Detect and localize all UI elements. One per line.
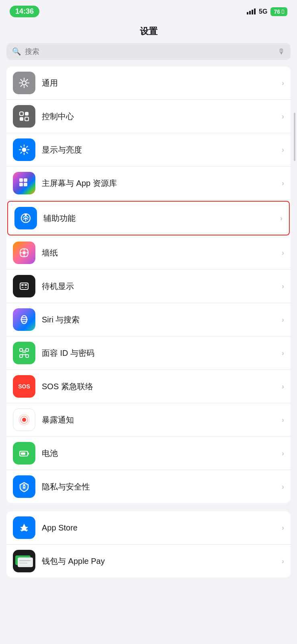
svg-rect-24 [19,183,23,186]
wallpaper-chevron: › [282,249,284,257]
settings-item-sos[interactable]: SOS SOS 紧急联络 › [6,370,291,403]
settings-item-wallpaper[interactable]: 墙纸 › [6,236,291,270]
general-chevron: › [282,79,284,87]
svg-rect-9 [20,112,23,116]
faceid-chevron: › [282,349,284,357]
svg-line-18 [21,147,22,147]
svg-rect-43 [26,349,29,351]
settings-item-accessibility[interactable]: 辅助功能 › [7,201,290,235]
accessibility-icon [14,207,37,229]
signal-bars-icon [247,8,256,14]
svg-rect-35 [20,283,28,289]
sos-text: SOS [18,383,30,390]
scroll-indicator [294,113,295,161]
svg-line-5 [21,80,22,81]
standby-chevron: › [282,282,284,291]
sos-label: SOS 紧急联络 [42,381,282,392]
siri-icon [13,308,35,331]
svg-rect-45 [26,355,29,357]
settings-item-appstore[interactable]: App Store › [6,511,291,545]
svg-rect-44 [20,355,23,357]
exposure-label: 暴露通知 [42,415,282,425]
status-time: 14:36 [10,6,39,17]
wallpaper-icon [13,242,35,264]
svg-point-57 [23,484,25,486]
svg-rect-25 [24,183,27,186]
svg-point-47 [23,352,24,353]
search-icon: 🔍 [12,47,21,56]
svg-line-8 [21,85,22,87]
settings-item-siri[interactable]: Siri 与搜索 › [6,303,291,336]
svg-rect-23 [24,178,27,182]
display-chevron: › [282,146,284,154]
control-center-icon [13,105,35,128]
siri-chevron: › [282,316,284,324]
svg-rect-55 [28,453,29,455]
status-right: 5G 76 [247,7,287,16]
search-input[interactable] [25,47,274,56]
wallpaper-label: 墙纸 [42,248,282,258]
svg-point-0 [22,81,26,85]
settings-item-control-center[interactable]: 控制中心 › [6,100,291,133]
display-icon [13,138,35,161]
settings-item-general[interactable]: 通用 › [6,66,291,100]
svg-rect-22 [19,178,23,182]
privacy-icon [13,475,35,498]
battery-chevron: › [282,449,284,458]
microphone-icon[interactable]: 🎙 [278,47,285,56]
appstore-icon [13,516,35,539]
svg-rect-11 [20,117,23,121]
privacy-chevron: › [282,483,284,491]
svg-rect-36 [21,284,24,286]
battery-label: 电池 [42,448,282,459]
standby-label: 待机显示 [42,281,282,292]
accessibility-label: 辅助功能 [43,213,280,224]
faceid-label: 面容 ID 与密码 [42,348,282,359]
standby-icon [13,275,35,297]
general-label: 通用 [42,78,282,89]
svg-line-6 [27,85,28,87]
sos-icon: SOS [13,375,35,398]
settings-item-homescreen[interactable]: 主屏幕与 App 资源库 › [6,167,291,200]
svg-line-7 [27,80,28,81]
svg-point-48 [25,352,26,353]
settings-item-display[interactable]: 显示与亮度 › [6,133,291,167]
svg-rect-42 [20,349,23,351]
page-wrapper: 14:36 5G 76 设置 🔍 🎙 [0,0,297,644]
svg-point-30 [23,251,26,254]
settings-item-privacy[interactable]: 隐私与安全性 › [6,470,291,503]
settings-item-wallet[interactable]: 钱包与 Apple Pay › [6,545,291,578]
siri-label: Siri 与搜索 [42,314,282,325]
sos-chevron: › [282,382,284,391]
settings-group-apps: App Store › 钱包与 Apple Pay › [6,511,291,578]
svg-rect-54 [21,452,25,455]
settings-item-battery[interactable]: 电池 › [6,437,291,470]
exposure-icon [13,409,35,431]
accessibility-chevron: › [280,214,283,223]
svg-rect-60 [18,557,33,567]
wallet-label: 钱包与 Apple Pay [42,556,282,567]
control-center-label: 控制中心 [42,111,282,122]
homescreen-icon [13,172,35,194]
settings-item-standby[interactable]: 待机显示 › [6,270,291,303]
svg-rect-58 [24,486,25,487]
settings-item-exposure[interactable]: 暴露通知 › [6,403,291,437]
general-icon [13,72,35,94]
faceid-icon [13,342,35,364]
homescreen-chevron: › [282,179,284,188]
svg-line-21 [21,152,22,153]
battery-level: 76 [274,8,280,15]
settings-item-faceid[interactable]: 面容 ID 与密码 › [6,336,291,370]
status-bar: 14:36 5G 76 [0,0,297,21]
privacy-label: 隐私与安全性 [42,481,282,492]
svg-rect-37 [25,284,27,286]
battery-icon [13,442,35,464]
control-center-chevron: › [282,112,284,121]
page-title: 设置 [0,21,297,43]
svg-rect-12 [25,117,29,121]
network-label: 5G [259,8,267,15]
search-bar[interactable]: 🔍 🎙 [6,43,291,60]
svg-rect-10 [25,112,29,116]
settings-group-main: 通用 › 控制中心 › [6,66,291,503]
svg-line-20 [27,147,27,147]
